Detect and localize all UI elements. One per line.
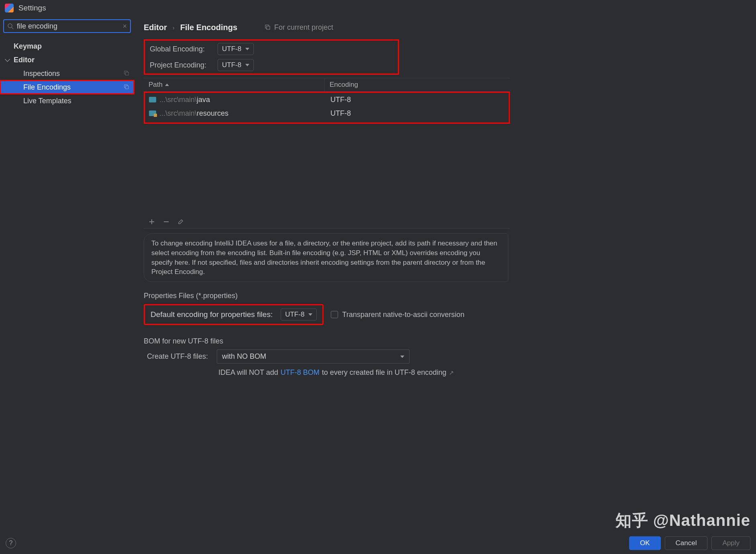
edit-button[interactable] (177, 218, 185, 226)
help-button[interactable]: ? (6, 538, 16, 548)
app-icon (5, 4, 14, 12)
table-row[interactable]: ...\src\main\resources UTF-8 (145, 106, 509, 120)
info-text: To change encoding IntelliJ IDEA uses fo… (144, 233, 508, 282)
caret-down-icon (308, 313, 312, 316)
default-props-encoding-label: Default encoding for properties files: (151, 310, 273, 319)
caret-down-icon (245, 64, 249, 66)
table-body: ...\src\main\java UTF-8 ...\src\main\res… (144, 92, 510, 124)
svg-point-0 (8, 24, 12, 28)
ok-button[interactable]: OK (629, 536, 661, 550)
global-encoding-label: Global Encoding: (150, 45, 208, 53)
resources-folder-icon (149, 110, 156, 116)
dialog-footer: ? OK Cancel Apply (0, 532, 756, 554)
caret-down-icon (245, 48, 249, 50)
window-title: Settings (18, 4, 46, 12)
crumb-editor[interactable]: Editor (144, 23, 167, 32)
remove-button[interactable] (162, 218, 170, 226)
encoding-cell[interactable]: UTF-8 (326, 109, 509, 118)
settings-tree: Keymap Editor Inspections File Encodings… (0, 36, 134, 108)
caret-down-icon (400, 356, 404, 358)
copy-profile-icon (123, 83, 129, 92)
cancel-button[interactable]: Cancel (665, 536, 708, 550)
project-encoding-label: Project Encoding: (150, 61, 208, 70)
sidebar-item-file-encodings[interactable]: File Encodings (0, 80, 134, 94)
svg-rect-5 (126, 86, 129, 89)
sort-asc-icon (165, 84, 169, 86)
sidebar-item-inspections[interactable]: Inspections (0, 67, 134, 80)
external-link-icon: ↗ (449, 369, 454, 376)
global-encoding-dropdown[interactable]: UTF-8 (218, 43, 254, 55)
table-header: Path Encoding (144, 78, 510, 92)
column-encoding[interactable]: Encoding (324, 78, 510, 91)
copy-icon (265, 24, 271, 31)
transparent-ascii-checkbox[interactable]: Transparent native-to-ascii conversion (331, 311, 464, 319)
sidebar-item-editor[interactable]: Editor (0, 53, 134, 67)
chevron-right-icon: › (173, 24, 175, 31)
sidebar-item-live-templates[interactable]: Live Templates (0, 94, 134, 108)
create-utf8-label: Create UTF-8 files: (144, 352, 208, 361)
default-props-encoding-dropdown[interactable]: UTF-8 (281, 309, 317, 321)
search-field[interactable]: × (3, 19, 131, 33)
encoding-defaults: Global Encoding: UTF-8 Project Encoding:… (144, 39, 399, 75)
crumb-file-encodings: File Encodings (180, 23, 237, 32)
title-bar: Settings (0, 0, 756, 16)
svg-rect-3 (126, 72, 129, 75)
utf8-bom-link[interactable]: UTF-8 BOM (281, 368, 320, 377)
create-utf8-dropdown[interactable]: with NO BOM (217, 350, 410, 364)
sidebar-item-keymap[interactable]: Keymap (0, 39, 134, 53)
svg-line-1 (12, 27, 13, 29)
bom-section-title: BOM for new UTF-8 files (144, 337, 756, 345)
table-row[interactable]: ...\src\main\java UTF-8 (145, 93, 509, 106)
search-input[interactable] (17, 22, 119, 31)
column-path[interactable]: Path (144, 81, 324, 89)
add-button[interactable] (148, 218, 156, 226)
checkbox-icon (331, 311, 338, 318)
content-panel: Editor › File Encodings For current proj… (134, 16, 756, 532)
table-toolbar (144, 215, 510, 229)
search-icon (7, 23, 14, 29)
breadcrumb: Editor › File Encodings For current proj… (144, 19, 756, 35)
copy-profile-icon (123, 70, 129, 78)
bom-note: IDEA will NOT add UTF-8 BOM to every cre… (144, 368, 756, 377)
encoding-cell[interactable]: UTF-8 (326, 96, 509, 104)
project-scope-badge: For current project (265, 23, 333, 32)
properties-section-title: Properties Files (*.properties) (144, 292, 756, 300)
encoding-table: Path Encoding ...\src\main\java UTF-8 ..… (144, 78, 510, 229)
project-encoding-dropdown[interactable]: UTF-8 (218, 59, 254, 71)
svg-rect-7 (267, 26, 270, 29)
apply-button[interactable]: Apply (711, 536, 750, 550)
folder-icon (149, 97, 156, 102)
sidebar: × Keymap Editor Inspections File Encodin… (0, 16, 134, 532)
clear-icon[interactable]: × (122, 22, 127, 31)
